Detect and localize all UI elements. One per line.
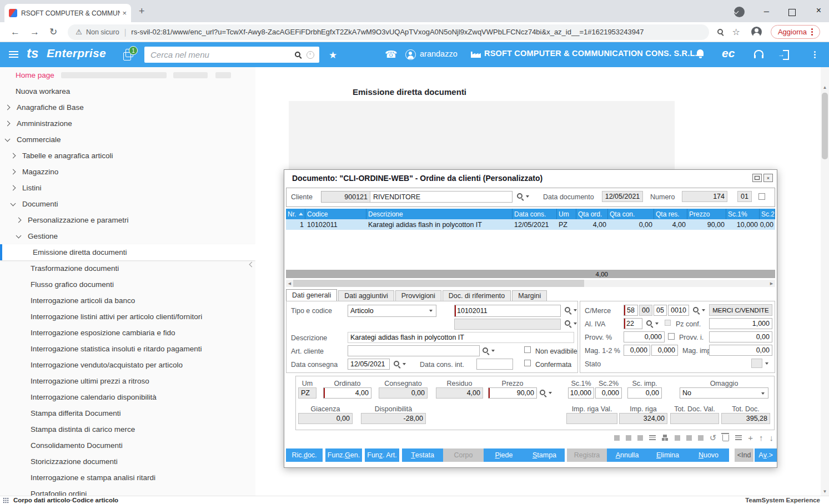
sc1-field[interactable]: 10,000: [568, 387, 594, 399]
button-av[interactable]: Av.>: [755, 448, 777, 462]
button-elimina[interactable]: Elimina: [647, 448, 688, 462]
sidebar-item-anagrafiche-di-base[interactable]: Anagrafiche di Base: [0, 99, 255, 115]
descrizione-field[interactable]: Karategi adidas flash in polycotton IT: [348, 332, 574, 343]
address-bar[interactable]: ⚠ Non sicuro | rs-svil-02:81/www/enc_url…: [68, 24, 709, 40]
sidebar-item-interrogazione-esposizione-cambiaria-e-fido[interactable]: Interrogazione esposizione cambiaria e f…: [0, 325, 255, 341]
blocks-icon[interactable]: [662, 435, 669, 441]
overflow-menu-icon[interactable]: [814, 51, 816, 53]
cliente-field[interactable]: 900121 RIVENDITORE: [321, 191, 513, 203]
provv-pct-field[interactable]: 0,000: [624, 331, 665, 342]
tab-margini[interactable]: Margini: [512, 290, 547, 301]
grid-horizontal-scrollbar[interactable]: ◀ ▶: [286, 280, 775, 287]
al-iva-field[interactable]: 22: [624, 318, 642, 329]
column-header-um[interactable]: Um: [557, 209, 576, 219]
search-icon[interactable]: [294, 51, 302, 59]
tipo-select[interactable]: Articolo: [348, 305, 436, 317]
button-piede[interactable]: Piede: [484, 448, 524, 462]
header-checkbox[interactable]: [758, 193, 765, 200]
c-merce-field-2[interactable]: 00: [639, 305, 652, 316]
sidebar-item-interrogazione-listini-attivi-per-articolo-clienti-fornitori[interactable]: Interrogazione listini attivi per artico…: [0, 309, 255, 325]
window-minimize-button[interactable]: ─: [764, 8, 769, 15]
data-documento-field[interactable]: 12/05/2021: [602, 191, 643, 202]
row-cell-nr[interactable]: 1: [286, 219, 305, 230]
ordinato-field[interactable]: 4,00: [323, 387, 371, 399]
confermata-checkbox[interactable]: [524, 360, 531, 366]
tab-dati-generali[interactable]: Dati generali: [286, 289, 337, 301]
sidebar-item-portafoglio-ordini[interactable]: Portafoglio ordini: [0, 486, 255, 496]
prezzo-lookup-icon[interactable]: [539, 389, 552, 397]
data-cons-int-field[interactable]: [476, 359, 513, 370]
column-header-sc-2[interactable]: Sc.2%: [760, 209, 775, 219]
sidebar-item-stampa-distinta-di-carico-merce[interactable]: Stampa distinta di carico merce: [0, 421, 255, 437]
username[interactable]: arandazzo: [420, 49, 458, 58]
browser-tab[interactable]: RSOFT COMPUTER & COMMUNI ×: [4, 4, 131, 22]
browser-menu-icon[interactable]: [811, 31, 813, 33]
logout-icon[interactable]: [783, 50, 789, 60]
company-name[interactable]: RSOFT COMPUTER & COMMUNICATION CONS. S.R…: [484, 49, 697, 58]
cliente-lookup-icon[interactable]: [516, 193, 529, 200]
sidebar-item-consolidamento-documenti[interactable]: Consolidamento Documenti: [0, 437, 255, 453]
sidebar-item-personalizzazione-e-parametri[interactable]: Personalizzazione e parametri: [0, 212, 255, 228]
sidebar-item-trasformazione-documenti[interactable]: Trasformazione documenti: [0, 260, 255, 276]
column-header-nr[interactable]: Nr.: [286, 209, 305, 219]
scrollbar-thumb[interactable]: [822, 93, 828, 159]
sidebar-item-storicizzazione-documenti[interactable]: Storicizzazione documenti: [0, 453, 255, 470]
not-secure-warning-icon[interactable]: ⚠: [76, 28, 82, 36]
mag12-field-a[interactable]: 0,000: [624, 345, 650, 356]
page-vertical-scrollbar[interactable]: ▲ ▼: [821, 67, 829, 496]
undo-icon[interactable]: ↺: [710, 434, 717, 442]
button-ric-doc[interactable]: Ric. doc.: [286, 448, 323, 462]
add-icon[interactable]: +: [748, 434, 753, 442]
sidebar-item-gestione[interactable]: Gestione: [0, 228, 255, 244]
menu-search-input[interactable]: [149, 49, 294, 60]
codice-alt-lookup-icon[interactable]: [564, 320, 577, 327]
sidebar-item-documenti[interactable]: Documenti: [0, 196, 255, 212]
button-annulla[interactable]: Annulla: [607, 448, 647, 462]
column-header-prezzo[interactable]: Prezzo: [687, 209, 726, 219]
sc-imp-field[interactable]: 0,00: [627, 387, 662, 399]
support-headset-icon[interactable]: [754, 50, 763, 56]
sidebar-item-commerciale[interactable]: Commerciale: [0, 132, 255, 148]
sidebar-item-tabelle-e-anagrafica-articoli[interactable]: Tabelle e anagrafica articoli: [0, 148, 255, 164]
grid-data-row[interactable]: 110102011Karategi adidas flash in polyco…: [286, 219, 775, 230]
column-header-data-cons[interactable]: Data cons.: [513, 209, 557, 219]
scrollbar-thumb[interactable]: [293, 280, 584, 287]
hamburger-menu-icon[interactable]: [9, 51, 18, 58]
column-header-descrizione[interactable]: Descrizione: [366, 209, 513, 219]
trash-icon[interactable]: [722, 435, 729, 441]
c-merce-field-1[interactable]: 58: [624, 305, 638, 316]
button-funz-art[interactable]: Funz. Art.: [365, 448, 399, 462]
insert-row-icon[interactable]: [735, 435, 742, 441]
button-nuovo[interactable]: Nuovo: [688, 448, 729, 462]
sidebar-item-interrogazione-venduto-acquistato-per-articolo[interactable]: Interrogazione venduto/acquistato per ar…: [0, 357, 255, 373]
window-close-button[interactable]: ×: [816, 7, 821, 14]
row-cell-um[interactable]: PZ: [557, 219, 576, 230]
history-clock-icon[interactable]: [307, 51, 314, 59]
tab-provvigioni[interactable]: Provvigioni: [395, 290, 441, 301]
mag12-field-b[interactable]: 0,000: [651, 345, 678, 356]
row-cell-qta-res[interactable]: 4,00: [654, 219, 687, 230]
sidebar-item-interrogazione-articoli-da-banco[interactable]: Interrogazione articoli da banco: [0, 293, 255, 309]
window-maximize-button[interactable]: [788, 9, 796, 16]
menu-search[interactable]: [144, 47, 319, 63]
column-header-qta-res[interactable]: Qta res.: [654, 209, 687, 219]
tab-close-icon[interactable]: ×: [122, 9, 127, 17]
art-cliente-lookup-icon[interactable]: [482, 347, 495, 355]
column-header-sc-1[interactable]: Sc.1%: [726, 209, 760, 219]
row-cell-qta-ord[interactable]: 4,00: [576, 219, 608, 230]
row-cell-sc-2[interactable]: 0,00: [760, 219, 775, 230]
row-cell-data-cons[interactable]: 12/05/2021: [513, 219, 557, 230]
sidebar-item-magazzino[interactable]: Magazzino: [0, 164, 255, 180]
favorites-star-icon[interactable]: ★: [329, 49, 337, 61]
provv-checkbox[interactable]: [668, 333, 675, 340]
button-testata[interactable]: Testata: [402, 448, 443, 462]
c-merce-field-4[interactable]: 0010: [668, 305, 689, 316]
provv-i-field[interactable]: 0,00: [709, 331, 772, 342]
new-tab-button[interactable]: +: [139, 6, 145, 17]
move-up-icon[interactable]: ↑: [759, 434, 763, 442]
tab-doc-di-riferimento[interactable]: Doc. di riferimento: [443, 290, 511, 301]
notifications-bell-icon[interactable]: [697, 49, 704, 56]
data-consegna-lookup-icon[interactable]: [393, 360, 406, 368]
profile-avatar[interactable]: [751, 27, 762, 37]
codice-field[interactable]: 10102011: [454, 305, 561, 317]
